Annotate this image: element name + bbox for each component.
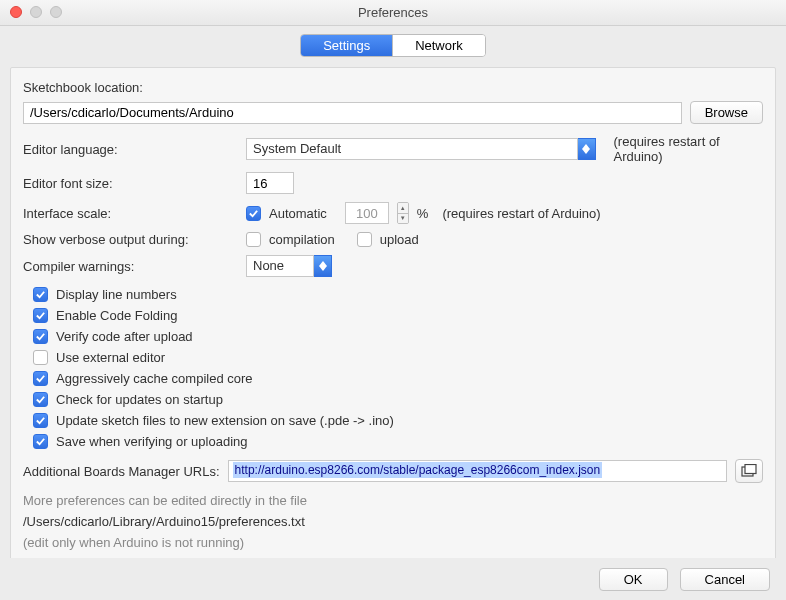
verbose-label: Show verbose output during: [23, 232, 238, 247]
chevron-updown-icon[interactable] [578, 138, 596, 160]
scale-percent: % [417, 206, 429, 221]
bottom-bar: OK Cancel [0, 558, 786, 600]
window-title: Preferences [358, 5, 428, 20]
chevron-updown-icon[interactable] [314, 255, 332, 277]
verify-after-upload-label: Verify code after upload [56, 329, 193, 344]
footer-line2: (edit only when Arduino is not running) [23, 533, 763, 554]
sketchbook-path-input[interactable] [23, 102, 682, 124]
update-ext-checkbox[interactable] [33, 413, 48, 428]
titlebar: Preferences [0, 0, 786, 26]
footer-line1: More preferences can be edited directly … [23, 491, 763, 512]
verbose-compilation-label: compilation [269, 232, 335, 247]
fontsize-input[interactable] [246, 172, 294, 194]
ok-button[interactable]: OK [599, 568, 668, 591]
minimize-icon[interactable] [30, 6, 42, 18]
scale-auto-label: Automatic [269, 206, 327, 221]
compiler-label: Compiler warnings: [23, 259, 238, 274]
fontsize-label: Editor font size: [23, 176, 238, 191]
scale-stepper[interactable]: ▲ ▼ [397, 202, 409, 224]
chevron-down-icon[interactable]: ▼ [398, 214, 408, 224]
close-icon[interactable] [10, 6, 22, 18]
verbose-upload-label: upload [380, 232, 419, 247]
enable-code-folding-label: Enable Code Folding [56, 308, 177, 323]
display-line-numbers-label: Display line numbers [56, 287, 177, 302]
compiler-value: None [246, 255, 314, 277]
sketchbook-label: Sketchbook location: [23, 80, 763, 95]
check-updates-checkbox[interactable] [33, 392, 48, 407]
language-hint: (requires restart of Arduino) [614, 134, 763, 164]
window-icon [741, 464, 757, 478]
tab-network[interactable]: Network [393, 35, 485, 56]
use-external-editor-label: Use external editor [56, 350, 165, 365]
cancel-button[interactable]: Cancel [680, 568, 770, 591]
chevron-up-icon[interactable]: ▲ [398, 203, 408, 214]
browse-button[interactable]: Browse [690, 101, 763, 124]
tab-settings[interactable]: Settings [301, 35, 393, 56]
verbose-upload-checkbox[interactable] [357, 232, 372, 247]
language-label: Editor language: [23, 142, 238, 157]
verify-after-upload-checkbox[interactable] [33, 329, 48, 344]
scale-hint: (requires restart of Arduino) [442, 206, 600, 221]
boards-url-input[interactable]: http://arduino.esp8266.com/stable/packag… [228, 460, 727, 482]
display-line-numbers-checkbox[interactable] [33, 287, 48, 302]
traffic-lights [10, 6, 62, 18]
aggressive-cache-label: Aggressively cache compiled core [56, 371, 253, 386]
language-value: System Default [246, 138, 578, 160]
scale-label: Interface scale: [23, 206, 238, 221]
footer-path: /Users/cdicarlo/Library/Arduino15/prefer… [23, 512, 763, 533]
use-external-editor-checkbox[interactable] [33, 350, 48, 365]
verbose-compilation-checkbox[interactable] [246, 232, 261, 247]
expand-urls-button[interactable] [735, 459, 763, 483]
boards-url-value: http://arduino.esp8266.com/stable/packag… [233, 462, 603, 478]
update-ext-label: Update sketch files to new extension on … [56, 413, 394, 428]
save-on-verify-label: Save when verifying or uploading [56, 434, 248, 449]
settings-panel: Sketchbook location: Browse Editor langu… [10, 67, 776, 570]
save-on-verify-checkbox[interactable] [33, 434, 48, 449]
check-updates-label: Check for updates on startup [56, 392, 223, 407]
compiler-warnings-select[interactable]: None [246, 255, 332, 277]
segmented-control: Settings Network [300, 34, 486, 57]
language-select[interactable]: System Default [246, 138, 596, 160]
svg-rect-1 [745, 465, 756, 474]
scale-value-input[interactable] [345, 202, 389, 224]
enable-code-folding-checkbox[interactable] [33, 308, 48, 323]
scale-auto-checkbox[interactable] [246, 206, 261, 221]
aggressive-cache-checkbox[interactable] [33, 371, 48, 386]
tabbar: Settings Network [0, 26, 786, 57]
maximize-icon[interactable] [50, 6, 62, 18]
boards-url-label: Additional Boards Manager URLs: [23, 464, 220, 479]
